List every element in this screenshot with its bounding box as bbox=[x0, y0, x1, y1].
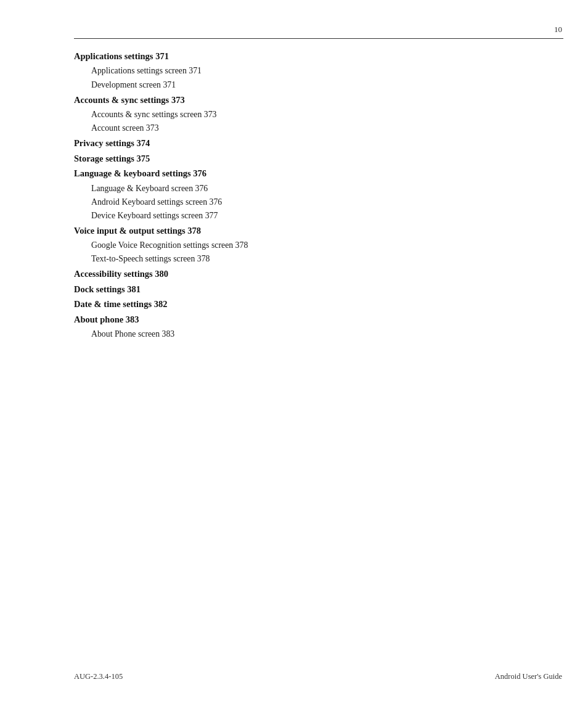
toc-heading[interactable]: Dock settings 381 bbox=[74, 282, 514, 296]
toc-section-language-keyboard-settings: Language & keyboard settings 376Language… bbox=[74, 166, 514, 223]
toc-subitem[interactable]: Language & Keyboard screen 376 bbox=[74, 182, 514, 195]
page-number: 10 bbox=[554, 25, 562, 35]
toc-heading[interactable]: About phone 383 bbox=[74, 313, 514, 326]
toc-heading[interactable]: Language & keyboard settings 376 bbox=[74, 166, 514, 180]
toc-heading[interactable]: Date & time settings 382 bbox=[74, 297, 514, 311]
footer: AUG-2.3.4-105 Android User's Guide bbox=[74, 672, 562, 681]
toc-heading[interactable]: Voice input & output settings 378 bbox=[74, 224, 514, 237]
toc-heading[interactable]: Accounts & sync settings 373 bbox=[74, 93, 514, 107]
toc-section-privacy-settings: Privacy settings 374 bbox=[74, 136, 514, 150]
toc-subitem[interactable]: Text-to-Speech settings screen 378 bbox=[74, 252, 514, 266]
toc-heading[interactable]: Storage settings 375 bbox=[74, 152, 514, 165]
toc-subitem[interactable]: Device Keyboard settings screen 377 bbox=[74, 209, 514, 223]
toc-subitem[interactable]: Google Voice Recognition settings screen… bbox=[74, 239, 514, 252]
toc-subitem[interactable]: Account screen 373 bbox=[74, 121, 514, 135]
toc-subitem[interactable]: Applications settings screen 371 bbox=[74, 64, 514, 78]
toc-section-about-phone: About phone 383About Phone screen 383 bbox=[74, 313, 514, 342]
toc-subitem[interactable]: About Phone screen 383 bbox=[74, 327, 514, 341]
toc-section-voice-input-output-settings: Voice input & output settings 378Google … bbox=[74, 224, 514, 266]
toc-list: Applications settings 371Applications se… bbox=[74, 49, 514, 341]
toc-subitem[interactable]: Android Keyboard settings screen 376 bbox=[74, 195, 514, 209]
page: 10 Applications settings 371Applications… bbox=[0, 0, 588, 706]
toc-section-dock-settings: Dock settings 381 bbox=[74, 282, 514, 296]
toc-section-applications-settings: Applications settings 371Applications se… bbox=[74, 49, 514, 92]
toc-section-storage-settings: Storage settings 375 bbox=[74, 152, 514, 165]
footer-left: AUG-2.3.4-105 bbox=[74, 672, 123, 681]
content-area: Applications settings 371Applications se… bbox=[74, 49, 514, 644]
toc-heading[interactable]: Accessibility settings 380 bbox=[74, 267, 514, 281]
toc-heading[interactable]: Applications settings 371 bbox=[74, 49, 514, 63]
toc-section-date-time-settings: Date & time settings 382 bbox=[74, 297, 514, 311]
toc-subitem[interactable]: Development screen 371 bbox=[74, 78, 514, 92]
toc-section-accounts-sync-settings: Accounts & sync settings 373Accounts & s… bbox=[74, 93, 514, 136]
toc-section-accessibility-settings: Accessibility settings 380 bbox=[74, 267, 514, 281]
top-border bbox=[74, 38, 563, 39]
footer-right: Android User's Guide bbox=[495, 672, 562, 681]
toc-subitem[interactable]: Accounts & sync settings screen 373 bbox=[74, 108, 514, 121]
toc-heading[interactable]: Privacy settings 374 bbox=[74, 136, 514, 150]
